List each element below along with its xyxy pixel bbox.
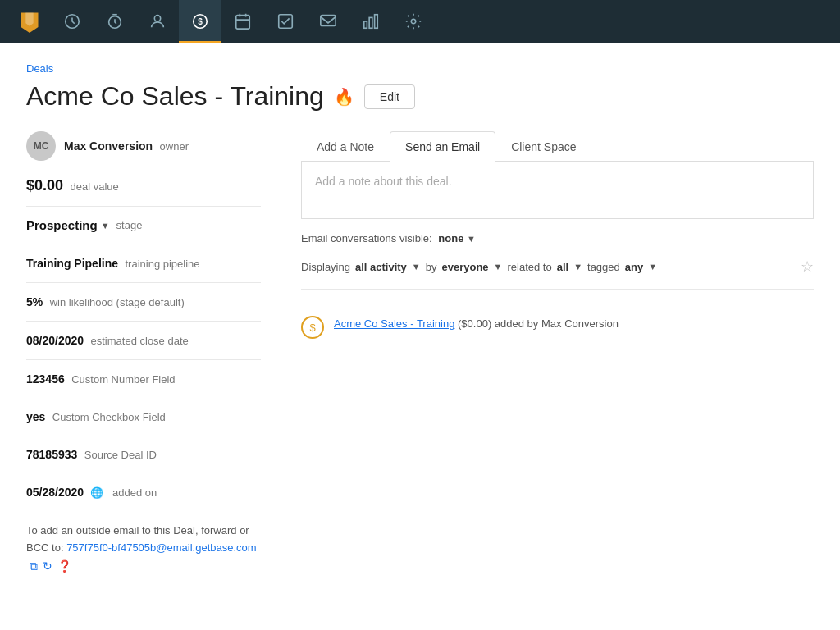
close-date-label: estimated close date xyxy=(91,335,189,347)
close-date-row: 08/20/2020 estimated close date xyxy=(26,333,261,360)
filter-related-arrow[interactable]: ▼ xyxy=(573,262,582,272)
right-column: Add a Note Send an Email Client Space Ad… xyxy=(281,131,814,575)
filter-any-select[interactable]: any xyxy=(625,261,643,273)
filter-row: Displaying all activity ▼ by everyone ▼ … xyxy=(301,258,814,290)
nav-contacts[interactable] xyxy=(136,0,179,43)
custom-checkbox-row: yes Custom Checkbox Field xyxy=(26,409,261,436)
pipeline-row: Training Pipeline training pipeline xyxy=(26,256,261,283)
tab-send-email[interactable]: Send an Email xyxy=(390,131,495,162)
refresh-icon[interactable]: ↻ xyxy=(43,557,52,575)
svg-rect-7 xyxy=(236,16,250,29)
nav-reports[interactable] xyxy=(349,0,392,43)
top-navigation: $ xyxy=(0,0,840,43)
page-title: Acme Co Sales - Training xyxy=(26,81,324,112)
filter-related-select[interactable]: all xyxy=(557,261,568,273)
bcc-email[interactable]: 757f75f0-bf47505b@email.getbase.com xyxy=(66,541,256,554)
svg-marker-1 xyxy=(25,13,33,26)
star-icon[interactable]: ☆ xyxy=(801,258,814,276)
nav-messages[interactable] xyxy=(307,0,349,43)
filter-any-arrow[interactable]: ▼ xyxy=(648,262,657,272)
added-on-label: added on xyxy=(112,486,157,499)
pipeline-label: training pipeline xyxy=(125,258,199,270)
custom-checkbox-value: yes xyxy=(26,410,45,423)
tab-add-note[interactable]: Add a Note xyxy=(301,131,390,162)
close-date-value: 08/20/2020 xyxy=(26,334,84,347)
filter-everyone-arrow[interactable]: ▼ xyxy=(494,262,503,272)
two-column-layout: MC Max Conversion owner $0.00 deal value… xyxy=(26,131,814,575)
stage-display[interactable]: Prospecting ▼ stage xyxy=(26,218,261,232)
filter-by-label: by xyxy=(426,261,437,273)
win-likelihood-label: win likelihood (stage default) xyxy=(50,296,185,308)
nav-tasks[interactable] xyxy=(264,0,307,43)
avatar: MC xyxy=(26,131,56,161)
deal-value-row: $0.00 deal value xyxy=(26,177,261,207)
filter-prefix: Displaying xyxy=(301,261,350,273)
main-content: Deals Acme Co Sales - Training 🔥 Edit MC… xyxy=(0,43,840,630)
activity-deal-link[interactable]: Acme Co Sales - Training xyxy=(334,317,454,330)
stage-value: Prospecting xyxy=(26,218,98,232)
svg-rect-10 xyxy=(364,21,368,28)
breadcrumb[interactable]: Deals xyxy=(26,62,814,75)
custom-number-row: 123456 Custom Number Field xyxy=(26,372,261,398)
activity-added-by: added by Max Conversion xyxy=(495,317,619,330)
owner-label: owner xyxy=(160,140,189,153)
nav-timer[interactable] xyxy=(94,0,136,43)
email-vis-select[interactable]: none xyxy=(438,232,463,244)
deal-value-label: deal value xyxy=(71,180,119,193)
owner-name: Max Conversion xyxy=(64,139,153,153)
help-icon[interactable]: ❓ xyxy=(57,557,71,575)
tab-client-space[interactable]: Client Space xyxy=(495,131,591,162)
deal-value: $0.00 xyxy=(26,177,63,194)
copy-icon[interactable]: ⧉ xyxy=(30,557,38,575)
custom-number-value: 123456 xyxy=(26,372,65,386)
nav-dashboard[interactable] xyxy=(51,0,94,43)
source-deal-id-row: 78185933 Source Deal ID xyxy=(26,447,261,473)
stage-dropdown-icon: ▼ xyxy=(101,221,110,231)
win-likelihood-row: 5% win likelihood (stage default) xyxy=(26,294,261,322)
tab-bar: Add a Note Send an Email Client Space xyxy=(301,131,814,162)
pipeline-value: Training Pipeline xyxy=(26,257,118,270)
filter-tagged-label: tagged xyxy=(587,261,620,273)
win-likelihood-value: 5% xyxy=(26,295,43,308)
email-vis-prefix: Email conversations visible: xyxy=(301,232,432,244)
bcc-section: To add an outside email to this Deal, fo… xyxy=(26,523,261,575)
activity-item: $ Acme Co Sales - Training ($0.00) added… xyxy=(301,306,814,349)
globe-icon: 🌐 xyxy=(90,486,103,499)
filter-activity-select[interactable]: all activity xyxy=(355,261,407,273)
fire-icon: 🔥 xyxy=(334,87,354,107)
custom-checkbox-label: Custom Checkbox Field xyxy=(52,411,166,423)
activity-text: Acme Co Sales - Training ($0.00) added b… xyxy=(334,316,619,332)
filter-related-label: related to xyxy=(507,261,551,273)
filter-activity-arrow[interactable]: ▼ xyxy=(412,262,421,272)
filter-everyone-select[interactable]: everyone xyxy=(441,261,488,273)
owner-info: Max Conversion owner xyxy=(64,139,189,153)
nav-logo[interactable] xyxy=(8,0,51,43)
nav-calendar[interactable] xyxy=(221,0,264,43)
source-deal-id-value: 78185933 xyxy=(26,448,77,461)
source-deal-id-label: Source Deal ID xyxy=(84,449,157,461)
edit-button[interactable]: Edit xyxy=(364,84,415,109)
svg-text:$: $ xyxy=(198,17,203,26)
stage-row: Prospecting ▼ stage xyxy=(26,218,261,244)
bcc-icons: ⧉ ↻ ❓ xyxy=(30,557,71,575)
email-visibility-row: Email conversations visible: none ▼ xyxy=(301,232,814,244)
svg-rect-9 xyxy=(321,16,336,26)
custom-number-label: Custom Number Field xyxy=(71,373,175,386)
activity-amount-val: ($0.00) xyxy=(458,317,491,330)
stage-label: stage xyxy=(116,219,143,231)
added-on-value: 05/28/2020 xyxy=(26,486,84,499)
page-title-row: Acme Co Sales - Training 🔥 Edit xyxy=(26,81,814,112)
nav-deals[interactable]: $ xyxy=(179,0,221,43)
svg-point-4 xyxy=(154,16,160,21)
email-vis-dropdown-icon[interactable]: ▼ xyxy=(467,234,476,244)
svg-point-13 xyxy=(411,19,416,24)
nav-settings[interactable] xyxy=(392,0,435,43)
svg-rect-12 xyxy=(375,15,378,29)
owner-row: MC Max Conversion owner xyxy=(26,131,261,161)
left-column: MC Max Conversion owner $0.00 deal value… xyxy=(26,131,281,575)
note-textarea[interactable]: Add a note about this deal. xyxy=(301,162,814,219)
activity-deal-icon: $ xyxy=(301,316,324,339)
added-on-row: 05/28/2020 🌐 added on xyxy=(26,485,261,511)
svg-rect-11 xyxy=(369,17,372,28)
